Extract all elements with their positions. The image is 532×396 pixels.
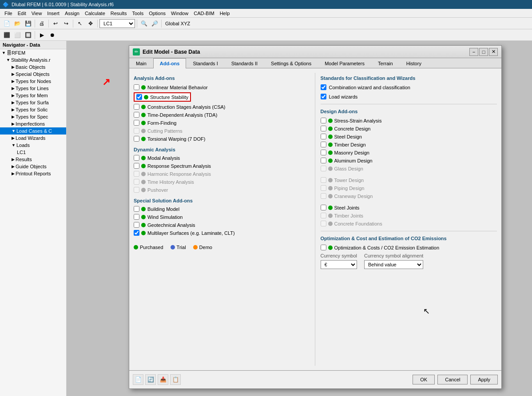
nav-loads[interactable]: ▼ Loads [0, 142, 66, 149]
cb-response-input[interactable] [134, 163, 139, 169]
nav-lc1[interactable]: LC1 [0, 149, 66, 156]
menu-results[interactable]: Results [108, 10, 130, 17]
cb-masonry-input[interactable] [321, 150, 326, 155]
cb-steel-input[interactable] [321, 134, 326, 139]
select-btn[interactable]: ↖ [75, 19, 85, 28]
tb2-btn2[interactable]: ⬜ [12, 30, 22, 40]
nav-rfem[interactable]: ▼ 🗄 RFEM [0, 49, 66, 56]
lc-dropdown[interactable]: LC1 [99, 19, 135, 28]
view-btn2[interactable]: 🔎 [150, 19, 159, 28]
minimize-btn[interactable]: − [469, 48, 478, 56]
tab-terrain[interactable]: Terrain [371, 58, 400, 68]
move-btn[interactable]: ✥ [86, 19, 95, 28]
nav-stability[interactable]: ▼ Stability Analysis.r [0, 56, 66, 63]
cb-glass: Glass Design [321, 166, 497, 171]
footer-icon-3[interactable]: 📋 [170, 374, 181, 385]
tb2-btn3[interactable]: 🔲 [23, 30, 33, 40]
nav-types-surf[interactable]: ▶ Types for Surfa [0, 99, 66, 106]
nav-types-mem[interactable]: ▶ Types for Mem [0, 92, 66, 99]
view-btn1[interactable]: 🔍 [139, 19, 149, 28]
tab-model-params[interactable]: Model Parameters [318, 58, 371, 68]
cb-glass-input[interactable] [321, 166, 326, 171]
undo-btn[interactable]: ↩ [51, 19, 60, 28]
nav-load-cases[interactable]: ▼ Load Cases & C [0, 127, 66, 135]
tb2-btn4[interactable]: ▶ [37, 30, 47, 40]
cancel-button[interactable]: Cancel [437, 375, 468, 384]
tab-standards1[interactable]: Standards I [186, 58, 224, 68]
cb-pushover-input[interactable] [134, 187, 139, 193]
cb-building-input[interactable] [134, 206, 139, 212]
nav-special[interactable]: ▶ Special Objects [0, 71, 66, 78]
apply-button[interactable]: Apply [470, 375, 498, 384]
footer-icon-0[interactable]: 📄 [133, 374, 143, 385]
cb-time-history-input[interactable] [134, 179, 139, 185]
menu-edit[interactable]: Edit [15, 10, 29, 17]
cb-torsional-input[interactable] [134, 136, 139, 142]
new-btn[interactable]: 📄 [2, 19, 12, 28]
tb2-btn5[interactable]: ⏺ [48, 30, 57, 40]
tab-history[interactable]: History [400, 58, 428, 68]
special-solution-title: Special Solution Add-ons [134, 198, 310, 203]
nav-printout[interactable]: ▶ Printout Reports [0, 170, 66, 177]
nav-load-wizards[interactable]: ▶ Load Wizards [0, 135, 66, 142]
save-btn[interactable]: 💾 [23, 19, 33, 28]
cb-concrete-found-input[interactable] [321, 221, 326, 226]
open-btn[interactable]: 📂 [12, 19, 22, 28]
cb-nonlinear-input[interactable] [134, 84, 139, 90]
tb2-btn1[interactable]: ⬛ [2, 30, 12, 40]
nav-types-lines[interactable]: ▶ Types for Lines [0, 85, 66, 92]
cb-craneway-input[interactable] [321, 193, 326, 199]
nav-basic[interactable]: ▶ Basic Objects [0, 63, 66, 71]
cb-optimization-input[interactable] [321, 245, 326, 250]
tab-settings[interactable]: Settings & Options [264, 58, 318, 68]
close-btn[interactable]: ✕ [489, 48, 498, 56]
cb-harmonic-input[interactable] [134, 171, 139, 177]
redo-btn[interactable]: ↪ [61, 19, 71, 28]
menu-insert[interactable]: Insert [44, 10, 62, 17]
cb-time-dep-input[interactable] [134, 112, 139, 118]
cb-stress-strain-input[interactable] [321, 118, 326, 123]
maximize-btn[interactable]: □ [479, 48, 488, 56]
cb-timber-joints-input[interactable] [321, 213, 326, 218]
footer-icon-2[interactable]: 📥 [158, 374, 168, 385]
nav-guide[interactable]: ▶ Guide Objects [0, 163, 66, 170]
currency-symbol-select[interactable]: € $ £ [321, 260, 357, 269]
cb-timber-input[interactable] [321, 142, 326, 147]
cb-piping-input[interactable] [321, 185, 326, 191]
footer-icon-1[interactable]: 🔄 [145, 374, 156, 385]
menu-view[interactable]: View [29, 10, 45, 17]
cb-geo-input[interactable] [134, 222, 139, 228]
cb-stability-input[interactable] [136, 94, 142, 100]
menu-assign[interactable]: Assign [62, 10, 82, 17]
menu-calculate[interactable]: Calculate [82, 10, 108, 17]
cb-combination-input[interactable] [321, 84, 326, 90]
cb-load-wizards-input[interactable] [321, 94, 326, 99]
cb-form-finding-input[interactable] [134, 120, 139, 126]
cb-cutting-input[interactable] [134, 128, 139, 134]
tab-main[interactable]: Main [129, 58, 153, 68]
cb-steel-joints-input[interactable] [321, 205, 326, 210]
menu-cad-bim[interactable]: CAD-BIM [191, 10, 217, 17]
nav-types-solid[interactable]: ▶ Types for Solic [0, 106, 66, 113]
menu-help[interactable]: Help [217, 10, 233, 17]
cb-multilayer-input[interactable] [134, 230, 139, 236]
print-btn[interactable]: 🖨 [37, 19, 47, 28]
menu-tools[interactable]: Tools [129, 10, 146, 17]
cb-modal-input[interactable] [134, 155, 139, 161]
nav-types-spec[interactable]: ▶ Types for Spec [0, 113, 66, 120]
menu-options[interactable]: Options [146, 10, 168, 17]
nav-types-nodes[interactable]: ▶ Types for Nodes [0, 78, 66, 85]
tab-standards2[interactable]: Standards II [225, 58, 264, 68]
nav-results[interactable]: ▶ Results [0, 156, 66, 163]
cb-concrete-input[interactable] [321, 126, 326, 131]
cb-wind-input[interactable] [134, 214, 139, 220]
menu-window[interactable]: Window [168, 10, 191, 17]
cb-construction-input[interactable] [134, 104, 139, 110]
menu-file[interactable]: File [2, 10, 15, 17]
ok-button[interactable]: OK [413, 375, 435, 384]
nav-imperfections[interactable]: ▶ Imperfections [0, 120, 66, 127]
currency-alignment-select[interactable]: Behind value Before value [364, 260, 423, 269]
cb-aluminum-input[interactable] [321, 158, 326, 163]
tab-addons[interactable]: Add-ons [153, 58, 187, 68]
cb-tower-input[interactable] [321, 177, 326, 183]
